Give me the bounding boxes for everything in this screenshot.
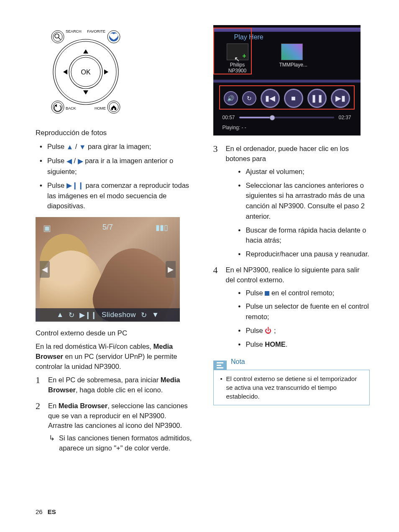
preview-top-icon: ▣ xyxy=(43,223,51,233)
triangle-right-icon: ▶ xyxy=(78,156,83,166)
page-lang: ES xyxy=(48,508,56,515)
note-text: El control externo se detiene si el temp… xyxy=(226,374,364,401)
svg-text:HOME: HOME xyxy=(95,106,106,110)
slideshow-label: Slideshow xyxy=(102,311,136,319)
svg-line-11 xyxy=(59,38,61,40)
svg-text:FAVORITE: FAVORITE xyxy=(87,29,105,33)
pc-control-heading: Control externo desde un PC xyxy=(36,329,192,338)
triangle-down-icon: ▼ xyxy=(79,142,86,152)
next-photo-button[interactable]: ▶ xyxy=(166,261,176,278)
pc-intro: En la red doméstica Wi-Fi/con cables, Me… xyxy=(36,342,192,372)
note-label: Nota xyxy=(231,358,245,365)
remote-diagram: OK SEARCH FAVORITE BACK xyxy=(44,25,128,117)
search-button: SEARCH xyxy=(51,29,82,43)
svg-marker-4 xyxy=(83,49,88,54)
cursor-icon: ↖ xyxy=(234,55,240,63)
triangle-left-icon: ◀ xyxy=(66,156,72,166)
step-2-result: Si las canciones tienen formatos admitid… xyxy=(48,433,192,453)
prev-photo-button[interactable]: ◀ xyxy=(40,261,50,278)
note-box: Nota El control externo se detiene si el… xyxy=(213,358,370,405)
svg-point-10 xyxy=(55,34,59,38)
playing-status: Playing: - - xyxy=(213,121,361,131)
signal-icon: ▮▮▯ xyxy=(156,223,168,232)
svg-marker-7 xyxy=(104,69,108,74)
bottom-down-icon: ▼ xyxy=(152,311,159,319)
back-button: BACK xyxy=(51,101,76,113)
home-button: HOME xyxy=(95,101,120,113)
svg-marker-6 xyxy=(63,69,67,74)
photo-counter: 5/7 xyxy=(102,223,113,232)
favorite-button: FAVORITE xyxy=(87,29,120,43)
page-number: 26 xyxy=(36,508,43,515)
ok-label: OK xyxy=(81,69,90,76)
time-total: 02:37 xyxy=(338,115,351,120)
power-icon: ⏻ xyxy=(265,327,272,334)
note-icon xyxy=(213,361,227,370)
photo-playback-heading: Reproducción de fotos xyxy=(36,129,192,137)
photo-bullets: Pulse ▲ / ▼ para girar la imagen; Pulse … xyxy=(36,141,192,211)
photo-preview: ▣ 5/7 ▮▮▯ ◀ ▶ ▲ ↻ ▶❙❙ Slideshow ↻ ▼ xyxy=(36,217,180,322)
step-1: 1 En el PC de sobremesa, para iniciar Me… xyxy=(36,375,192,395)
bottom-refresh2-icon: ↻ xyxy=(141,311,147,320)
device-tmm[interactable]: TMMPlaye... xyxy=(279,43,304,74)
triangle-up-icon: ▲ xyxy=(66,142,73,152)
highlight-box-2 xyxy=(219,85,355,110)
bottom-playpause-icon: ▶❙❙ xyxy=(79,311,97,320)
bottom-refresh-icon: ↻ xyxy=(69,311,74,320)
step-4: 4 En el NP3900, realice lo siguiente par… xyxy=(213,265,370,350)
svg-text:BACK: BACK xyxy=(66,106,76,110)
time-current: 00:57 xyxy=(223,115,235,120)
bottom-up-icon: ▲ xyxy=(56,311,64,319)
media-player-screenshot: Play Here Philips NP3900 TMMPlaye... ↖ 🔊… xyxy=(213,25,361,136)
svg-marker-5 xyxy=(83,90,88,95)
page-footer: 26ES xyxy=(36,508,56,515)
step-3: 3 En el ordenador, puede hacer clic en l… xyxy=(213,144,370,259)
step-2: 2 En Media Browser, seleccione las canci… xyxy=(36,401,192,454)
svg-text:SEARCH: SEARCH xyxy=(66,29,82,33)
seek-bar[interactable] xyxy=(239,117,335,118)
play-pause-icon: ▶❙❙ xyxy=(66,182,84,189)
svg-point-9 xyxy=(53,32,62,41)
stop-icon xyxy=(265,291,269,296)
